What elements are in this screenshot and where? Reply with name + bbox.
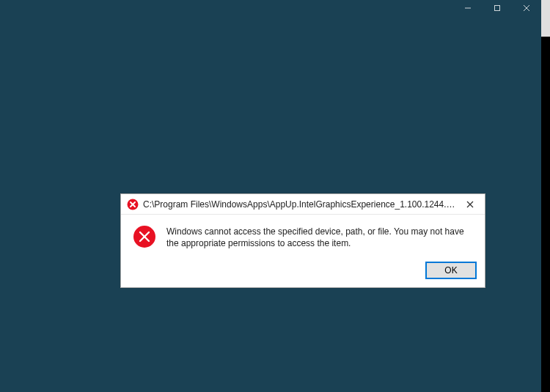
maximize-button[interactable] [483,0,512,16]
svg-rect-1 [495,6,500,11]
dialog-body: Windows cannot access the specified devi… [121,215,485,256]
close-button[interactable] [512,0,541,16]
maximize-icon [494,4,501,12]
dialog-titlebar: C:\Program Files\WindowsApps\AppUp.Intel… [121,194,485,215]
right-black-strip [541,37,550,392]
dialog-close-button[interactable] [460,197,480,212]
outer-titlebar [0,0,550,16]
minimize-icon [464,4,472,12]
dialog-message: Windows cannot access the specified devi… [166,225,473,249]
minimize-button[interactable] [453,0,483,16]
close-icon [523,4,530,12]
error-icon [127,199,139,210]
dialog-title: C:\Program Files\WindowsApps\AppUp.Intel… [143,199,460,210]
error-icon [133,225,156,248]
window-controls [453,0,541,16]
ok-button[interactable]: OK [426,262,476,278]
close-icon [466,201,474,208]
dialog-footer: OK [121,256,485,287]
error-dialog: C:\Program Files\WindowsApps\AppUp.Intel… [120,193,485,288]
right-gray-strip [541,16,550,37]
